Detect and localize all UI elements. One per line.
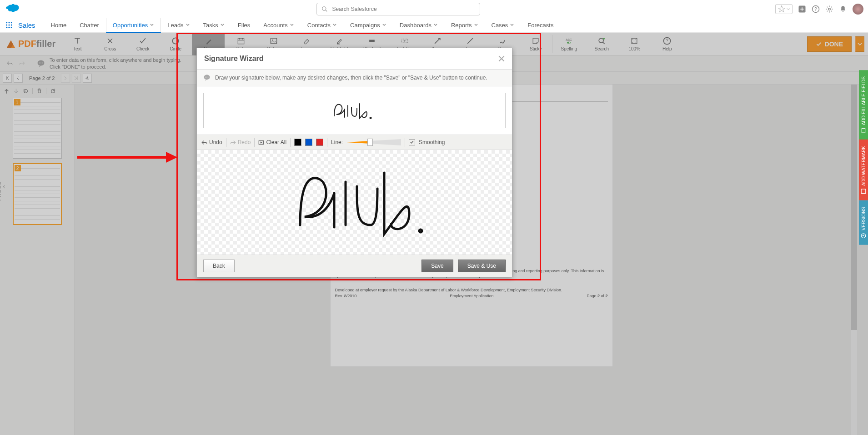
add-fillable-fields-tab[interactable]: ADD FILLABLE FIELDS (859, 70, 868, 140)
nav-tab-cases[interactable]: Cases (485, 18, 522, 32)
vertical-scrollbar[interactable] (851, 85, 857, 435)
page-number: Page 2 of 2 (587, 294, 607, 298)
help-icon[interactable]: ? (812, 5, 820, 13)
svg-point-25 (603, 38, 605, 40)
nav-tab-reports[interactable]: Reports (445, 18, 485, 32)
add-watermark-tab[interactable]: ADD WATERMARK (859, 140, 868, 200)
modal-instructions: Draw your signature below, make any desi… (215, 75, 487, 81)
tool-help[interactable]: ?Help (651, 33, 683, 55)
undo-button[interactable]: Undo (201, 139, 222, 145)
last-page-button[interactable] (72, 74, 81, 83)
svg-text:?: ? (666, 38, 668, 43)
nav-tab-contacts[interactable]: Contacts (301, 18, 344, 32)
back-button[interactable]: Back (203, 260, 235, 272)
tool-circle[interactable]: Circle (159, 33, 192, 55)
nav-tab-accounts[interactable]: Accounts (257, 18, 301, 32)
done-dropdown[interactable] (855, 36, 864, 52)
page-thumbnail-2[interactable]: 2 (13, 163, 62, 225)
signature-wizard-modal: Signature Wizard Draw your signature bel… (196, 48, 512, 277)
notifications-icon[interactable] (839, 5, 847, 13)
collapse-panel-icon[interactable] (2, 185, 6, 189)
nav-tab-dashboards[interactable]: Dashboards (393, 18, 445, 32)
search-input[interactable] (332, 6, 475, 12)
tool-text[interactable]: Text (61, 33, 94, 55)
global-search[interactable] (316, 3, 480, 15)
tool-spelling[interactable]: ABCSpelling (552, 33, 585, 55)
line-label: Line: (331, 139, 343, 145)
tip-text: To enter data on this form, click anywhe… (50, 57, 181, 70)
rotate-icon[interactable] (23, 88, 29, 94)
versions-tab[interactable]: VERSIONS (859, 200, 868, 245)
tool-search[interactable]: Search (585, 33, 618, 55)
color-red[interactable] (316, 139, 323, 146)
comment-icon (203, 74, 211, 81)
tool-100%[interactable]: 100% (618, 33, 651, 55)
add-icon[interactable] (798, 5, 806, 13)
svg-point-5 (828, 8, 831, 10)
settings-icon[interactable] (825, 5, 833, 13)
delete-icon[interactable] (36, 88, 42, 94)
undo-icon[interactable] (6, 60, 13, 67)
svg-rect-17 (271, 38, 277, 44)
svg-line-1 (325, 10, 327, 11)
nav-tab-chatter[interactable]: Chatter (73, 18, 106, 32)
tool-sticky[interactable]: Sticky (519, 33, 552, 55)
save-button[interactable]: Save (421, 260, 453, 272)
nav-tab-campaigns[interactable]: Campaigns (344, 18, 393, 32)
signature-preview (203, 93, 506, 128)
signature-canvas[interactable] (197, 150, 512, 255)
nav-tab-opportunities[interactable]: Opportunities (106, 18, 161, 33)
tool-cross[interactable]: Cross (94, 33, 126, 55)
tool-check[interactable]: Check (126, 33, 159, 55)
nav-tab-leads[interactable]: Leads (161, 18, 196, 32)
redo-icon[interactable] (19, 60, 25, 67)
clear-all-button[interactable]: Clear All (258, 139, 286, 145)
app-launcher[interactable] (0, 21, 18, 29)
comment-icon (37, 60, 45, 68)
svg-point-13 (9, 27, 10, 28)
redo-button[interactable]: Redo (230, 139, 251, 145)
svg-point-33 (87, 77, 88, 79)
chevron-down-icon (858, 42, 862, 46)
svg-text:ABC: ABC (566, 38, 572, 41)
svg-point-11 (11, 25, 12, 26)
page-settings-button[interactable] (83, 74, 92, 83)
nav-tab-home[interactable]: Home (45, 18, 74, 32)
svg-point-31 (40, 62, 41, 63)
refresh-icon[interactable] (50, 88, 56, 94)
footer-text: Developed at employer request by the Ala… (331, 287, 612, 293)
next-page-button[interactable] (61, 74, 70, 83)
svg-point-18 (272, 40, 274, 41)
nav-tab-tasks[interactable]: Tasks (197, 18, 231, 32)
svg-rect-19 (369, 40, 375, 42)
pages-panel-label: PAGES (0, 181, 2, 201)
search-icon (321, 6, 328, 12)
save-use-button[interactable]: Save & Use (458, 260, 506, 272)
nav-tab-forecasts[interactable]: Forecasts (521, 18, 560, 32)
prev-page-button[interactable] (14, 74, 23, 83)
page-thumbnail-1[interactable]: 1 (13, 98, 62, 159)
move-down-icon[interactable] (13, 88, 19, 94)
line-width-slider[interactable] (346, 139, 401, 145)
page-indicator: Page 2 of 2 (25, 75, 59, 81)
nav-tab-files[interactable]: Files (231, 18, 257, 32)
close-icon[interactable] (498, 55, 505, 62)
svg-point-32 (42, 62, 43, 63)
done-button[interactable]: DONE (807, 36, 852, 52)
favorites-button[interactable] (775, 4, 793, 14)
svg-point-15 (173, 38, 179, 44)
smoothing-checkbox[interactable] (409, 139, 415, 145)
svg-text:?: ? (814, 6, 817, 11)
svg-rect-36 (862, 128, 865, 133)
color-blue[interactable] (305, 139, 312, 146)
move-up-icon[interactable] (4, 88, 10, 94)
svg-rect-37 (861, 189, 866, 194)
revision-text: Rev. 8/2010 (335, 294, 357, 298)
pdffiller-logo: PDFfiller (0, 39, 61, 50)
doc-title: Employment Application (450, 294, 493, 298)
svg-point-0 (322, 6, 326, 10)
user-avatar[interactable] (853, 4, 863, 15)
first-page-button[interactable] (3, 74, 12, 83)
svg-point-7 (9, 22, 10, 23)
color-black[interactable] (294, 139, 301, 146)
